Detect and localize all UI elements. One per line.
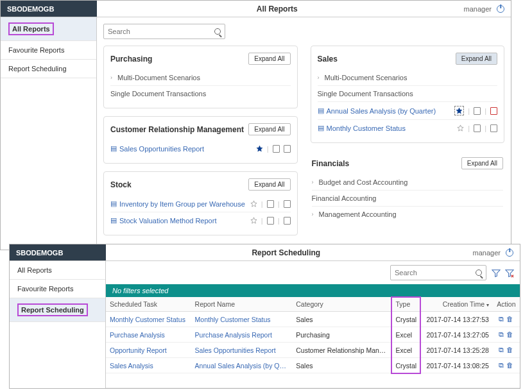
search-input[interactable] bbox=[108, 28, 204, 35]
card-item[interactable]: Single Document Transactions bbox=[318, 85, 498, 101]
document-icon: ▤ bbox=[318, 107, 324, 115]
cell-actions: ⧉🗑 bbox=[493, 343, 520, 358]
card-item[interactable]: Financial Accounting bbox=[312, 190, 504, 206]
clipboard-icon[interactable] bbox=[284, 145, 291, 153]
calculator-icon[interactable] bbox=[267, 200, 274, 208]
card-crm: Customer Relationship Management Expand … bbox=[103, 116, 298, 164]
card-item[interactable]: Single Document Transactions bbox=[110, 85, 291, 101]
star-icon[interactable] bbox=[250, 217, 257, 224]
clipboard-icon[interactable] bbox=[284, 217, 291, 225]
sidebar-item-favourite-reports[interactable]: Favourite Reports bbox=[10, 280, 105, 298]
card-title: Stock bbox=[110, 180, 132, 189]
calculator-icon[interactable] bbox=[474, 124, 481, 132]
delete-icon[interactable]: 🗑 bbox=[506, 315, 513, 323]
search-input[interactable] bbox=[395, 269, 465, 277]
clipboard-icon[interactable] bbox=[490, 124, 497, 132]
card-purchasing: Purchasing Expand All ›Multi-Document Sc… bbox=[103, 46, 298, 108]
divider: | bbox=[485, 107, 486, 115]
star-icon[interactable] bbox=[250, 200, 257, 207]
cell-task[interactable]: Purchase Analysis bbox=[106, 327, 191, 343]
search-icon[interactable] bbox=[214, 28, 221, 35]
search-box[interactable] bbox=[103, 24, 225, 39]
card-stock: Stock Expand All ▤ Inventory by Item Gro… bbox=[103, 171, 298, 235]
cell-category: Purchasing bbox=[292, 327, 391, 343]
sidebar-item-all-reports[interactable]: All Reports bbox=[10, 261, 105, 280]
divider: | bbox=[278, 217, 280, 225]
cell-report[interactable]: Monthly Customer Status bbox=[191, 312, 293, 327]
calculator-icon[interactable] bbox=[273, 145, 280, 153]
expand-all-button[interactable]: Expand All bbox=[248, 123, 290, 135]
document-icon: ▤ bbox=[110, 200, 117, 208]
delete-icon[interactable]: 🗑 bbox=[506, 361, 513, 369]
delete-icon[interactable]: 🗑 bbox=[506, 346, 513, 354]
card-item[interactable]: ▤ Stock Valuation Method Report | | bbox=[110, 212, 291, 228]
calculator-icon[interactable] bbox=[474, 107, 481, 115]
power-icon[interactable] bbox=[497, 5, 504, 13]
sidebar-item-label: All Reports bbox=[8, 22, 54, 35]
card-title: Sales bbox=[318, 55, 338, 64]
cell-type: Excel bbox=[392, 327, 422, 343]
expand-all-button[interactable]: Expand All bbox=[456, 53, 497, 65]
card-item[interactable]: ▤ Monthly Customer Status | | bbox=[318, 119, 498, 136]
item-label: Stock Valuation Method Report bbox=[119, 217, 216, 225]
star-icon[interactable] bbox=[457, 124, 464, 132]
card-item[interactable]: ›Multi-Document Scenarios bbox=[318, 70, 498, 85]
expand-all-button[interactable]: Expand All bbox=[248, 178, 290, 191]
item-label: Budget and Cost Accounting bbox=[319, 178, 408, 186]
expand-all-button[interactable]: Expand All bbox=[248, 53, 290, 65]
sidebar-item-label: Report Scheduling bbox=[8, 65, 67, 72]
star-icon[interactable] bbox=[256, 145, 263, 152]
cell-type: Crystal bbox=[392, 312, 422, 327]
table-header-row: Scheduled Task Report Name Category Type… bbox=[106, 297, 520, 312]
sidebar-item-favourite-reports[interactable]: Favourite Reports bbox=[1, 41, 96, 60]
document-icon: ▤ bbox=[110, 216, 117, 225]
sidebar-item-all-reports[interactable]: All Reports bbox=[1, 17, 96, 41]
sidebar-item-report-scheduling[interactable]: Report Scheduling bbox=[10, 298, 105, 322]
copy-icon[interactable]: ⧉ bbox=[499, 346, 504, 354]
filter-icon[interactable] bbox=[492, 269, 500, 277]
copy-icon[interactable]: ⧉ bbox=[499, 330, 504, 338]
col-report-name[interactable]: Report Name bbox=[191, 297, 293, 312]
chevron-right-icon: › bbox=[312, 179, 314, 185]
col-category[interactable]: Category bbox=[292, 297, 391, 312]
brand-label: SBODEMOGB bbox=[1, 1, 97, 17]
card-item[interactable]: ▤ Annual Sales Analysis (by Quarter) | | bbox=[318, 101, 498, 119]
card-title: Customer Relationship Management bbox=[110, 125, 244, 134]
sidebar-item-report-scheduling[interactable]: Report Scheduling bbox=[1, 60, 96, 78]
top-bar: SBODEMOGB Report Scheduling manager bbox=[10, 244, 520, 261]
delete-icon[interactable]: 🗑 bbox=[506, 330, 513, 338]
card-item[interactable]: ▤ Inventory by Item Group per Warehouse … bbox=[110, 196, 291, 212]
card-item[interactable]: ▤ Sales Opportunities Report | bbox=[110, 141, 291, 157]
cell-created: 2017-07-14 13:27:05 bbox=[421, 327, 493, 343]
power-icon[interactable] bbox=[506, 249, 513, 257]
col-type[interactable]: Type bbox=[392, 297, 422, 312]
copy-icon[interactable]: ⧉ bbox=[499, 361, 504, 369]
cell-report[interactable]: Sales Opportunities Report bbox=[191, 343, 293, 358]
col-scheduled-task[interactable]: Scheduled Task bbox=[106, 297, 191, 312]
expand-all-button[interactable]: Expand All bbox=[461, 157, 503, 169]
search-box[interactable] bbox=[390, 265, 486, 280]
card-item[interactable]: ›Multi-Document Scenarios bbox=[110, 70, 291, 85]
star-icon-selected[interactable] bbox=[454, 106, 464, 115]
cell-report[interactable]: Annual Sales Analysis (by Q… bbox=[191, 358, 293, 373]
top-bar: SBODEMOGB All Reports manager bbox=[1, 1, 511, 17]
cell-task[interactable]: Opportunity Report bbox=[106, 343, 191, 358]
clipboard-icon[interactable] bbox=[284, 200, 291, 208]
cell-task[interactable]: Sales Analysis bbox=[106, 358, 191, 373]
cell-report[interactable]: Purchase Analysis Report bbox=[191, 327, 293, 343]
copy-icon[interactable]: ⧉ bbox=[499, 315, 504, 323]
card-item[interactable]: ›Budget and Cost Accounting bbox=[312, 175, 504, 190]
card-title: Purchasing bbox=[110, 55, 152, 64]
card-item[interactable]: ›Management Accounting bbox=[312, 206, 504, 222]
main-pane: Purchasing Expand All ›Multi-Document Sc… bbox=[97, 17, 511, 250]
cell-type: Excel bbox=[392, 343, 422, 358]
clipboard-icon[interactable] bbox=[490, 107, 497, 115]
calculator-icon[interactable] bbox=[267, 217, 274, 225]
table-row: Sales AnalysisAnnual Sales Analysis (by … bbox=[106, 358, 520, 373]
cell-created: 2017-07-14 13:08:25 bbox=[421, 358, 493, 373]
search-icon[interactable] bbox=[476, 269, 482, 276]
cell-task[interactable]: Monthly Customer Status bbox=[106, 312, 191, 327]
cell-actions: ⧉🗑 bbox=[493, 327, 520, 343]
col-creation-time[interactable]: Creation Time ▾ bbox=[421, 297, 493, 312]
clear-filter-icon[interactable] bbox=[505, 269, 513, 277]
